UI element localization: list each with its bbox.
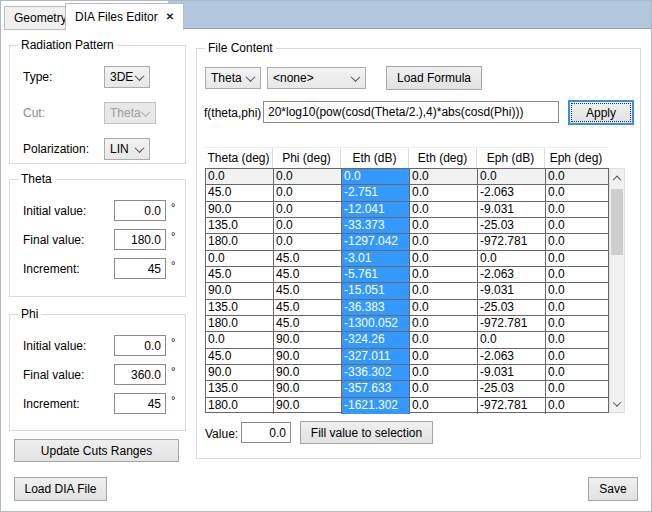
table-cell[interactable]: 0.0 — [274, 234, 342, 249]
close-icon[interactable]: ✕ — [166, 12, 174, 22]
vertical-scrollbar[interactable] — [609, 168, 625, 413]
table-cell[interactable]: 45.0 — [274, 251, 342, 266]
table-cell[interactable]: 90.0 — [206, 365, 274, 380]
scroll-down-button[interactable] — [610, 396, 624, 412]
table-cell[interactable]: 90.0 — [274, 349, 342, 364]
table-cell[interactable]: 0.0 — [274, 185, 342, 200]
table-cell[interactable]: 0.0 — [546, 283, 608, 298]
theta-final-input[interactable] — [114, 229, 166, 250]
load-formula-button[interactable]: Load Formula — [386, 66, 482, 90]
table-cell[interactable]: 0.0 — [274, 218, 342, 233]
table-cell[interactable]: -5.761 — [342, 267, 410, 282]
table-cell[interactable]: -1621.302 — [342, 398, 410, 414]
table-cell[interactable]: 0.0 — [410, 365, 478, 380]
table-cell[interactable]: 0.0 — [546, 332, 608, 347]
table-cell[interactable]: 0.0 — [478, 169, 546, 184]
table-cell[interactable]: -972.781 — [478, 398, 546, 414]
table-cell[interactable]: 90.0 — [206, 202, 274, 217]
table-cell[interactable]: 0.0 — [410, 267, 478, 282]
table-cell[interactable]: 0.0 — [546, 234, 608, 249]
table-cell[interactable]: 90.0 — [274, 398, 342, 414]
table-header-cell[interactable]: Eth (dB) — [341, 148, 409, 168]
theta-increment-input[interactable] — [114, 258, 166, 279]
table-cell[interactable]: 0.0 — [410, 218, 478, 233]
table-cell[interactable]: -25.03 — [478, 218, 546, 233]
table-cell[interactable]: -15.051 — [342, 283, 410, 298]
table-cell[interactable]: 0.0 — [206, 169, 274, 184]
table-cell[interactable]: -25.03 — [478, 300, 546, 315]
table-cell[interactable]: 0.0 — [410, 202, 478, 217]
table-cell[interactable]: 45.0 — [206, 185, 274, 200]
table-cell[interactable]: 90.0 — [274, 381, 342, 396]
table-cell[interactable]: -9.031 — [478, 202, 546, 217]
table-cell[interactable]: -1297.042 — [342, 234, 410, 249]
table-cell[interactable]: 0.0 — [342, 169, 410, 184]
table-cell[interactable]: 0.0 — [410, 234, 478, 249]
table-cell[interactable]: 180.0 — [206, 398, 274, 414]
table-cell[interactable]: 0.0 — [546, 316, 608, 331]
table-cell[interactable]: 90.0 — [274, 332, 342, 347]
table-header-cell[interactable]: Eph (deg) — [545, 148, 607, 168]
table-cell[interactable]: 45.0 — [206, 267, 274, 282]
table-header-cell[interactable]: Phi (deg) — [273, 148, 341, 168]
save-button[interactable]: Save — [588, 477, 638, 501]
table-cell[interactable]: 0.0 — [546, 185, 608, 200]
table-cell[interactable]: -336.302 — [342, 365, 410, 380]
table-cell[interactable]: -36.383 — [342, 300, 410, 315]
phi-final-input[interactable] — [114, 364, 166, 385]
table-cell[interactable]: -357.633 — [342, 381, 410, 396]
theta-initial-input[interactable] — [114, 200, 166, 221]
table-cell[interactable]: 0.0 — [546, 169, 608, 184]
table-cell[interactable]: 0.0 — [274, 169, 342, 184]
table-cell[interactable]: -324.26 — [342, 332, 410, 347]
table-cell[interactable]: -1300.052 — [342, 316, 410, 331]
table-cell[interactable]: 90.0 — [274, 365, 342, 380]
load-dia-file-button[interactable]: Load DIA File — [14, 477, 107, 501]
table-cell[interactable]: 0.0 — [410, 398, 478, 414]
table-cell[interactable]: 0.0 — [410, 381, 478, 396]
table-cell[interactable]: 0.0 — [206, 251, 274, 266]
table-cell[interactable]: 0.0 — [546, 267, 608, 282]
table-cell[interactable]: 135.0 — [206, 381, 274, 396]
table-cell[interactable]: 135.0 — [206, 218, 274, 233]
table-cell[interactable]: 135.0 — [206, 300, 274, 315]
table-header-cell[interactable]: Eth (deg) — [409, 148, 477, 168]
table-cell[interactable]: 0.0 — [546, 218, 608, 233]
table-cell[interactable]: 180.0 — [206, 234, 274, 249]
apply-button[interactable]: Apply — [568, 100, 634, 125]
phi-increment-input[interactable] — [114, 393, 166, 414]
table-cell[interactable]: -9.031 — [478, 283, 546, 298]
table-cell[interactable]: -2.063 — [478, 349, 546, 364]
table-cell[interactable]: 0.0 — [410, 185, 478, 200]
table-cell[interactable]: 45.0 — [274, 300, 342, 315]
table-cell[interactable]: -2.063 — [478, 185, 546, 200]
value-input[interactable] — [241, 422, 291, 443]
table-cell[interactable]: -972.781 — [478, 316, 546, 331]
formula-preset-combo[interactable]: <none> — [267, 67, 366, 89]
table-cell[interactable]: 0.0 — [410, 169, 478, 184]
table-cell[interactable]: -327.011 — [342, 349, 410, 364]
table-cell[interactable]: 0.0 — [410, 300, 478, 315]
component-combo[interactable]: Theta — [205, 67, 261, 89]
table-cell[interactable]: 45.0 — [206, 349, 274, 364]
table-cell[interactable]: -33.373 — [342, 218, 410, 233]
table-header-cell[interactable]: Eph (dB) — [477, 148, 545, 168]
table-cell[interactable]: 180.0 — [206, 316, 274, 331]
table-cell[interactable]: 0.0 — [546, 251, 608, 266]
table-cell[interactable]: 0.0 — [410, 316, 478, 331]
table-cell[interactable]: 0.0 — [546, 381, 608, 396]
table-cell[interactable]: 45.0 — [274, 267, 342, 282]
table-cell[interactable]: 0.0 — [546, 398, 608, 414]
table-cell[interactable]: 0.0 — [410, 332, 478, 347]
table-cell[interactable]: 0.0 — [410, 251, 478, 266]
fill-value-to-selection-button[interactable]: Fill value to selection — [300, 421, 433, 444]
table-cell[interactable]: -3.01 — [342, 251, 410, 266]
table-cell[interactable]: -9.031 — [478, 365, 546, 380]
table-cell[interactable]: -972.781 — [478, 234, 546, 249]
tab-dia-files-editor[interactable]: DIA Files Editor ✕ — [65, 3, 184, 30]
table-cell[interactable]: -25.03 — [478, 381, 546, 396]
table-cell[interactable]: 0.0 — [546, 202, 608, 217]
table-cell[interactable]: -12.041 — [342, 202, 410, 217]
table-cell[interactable]: 0.0 — [410, 283, 478, 298]
table-cell[interactable]: -2.063 — [478, 267, 546, 282]
